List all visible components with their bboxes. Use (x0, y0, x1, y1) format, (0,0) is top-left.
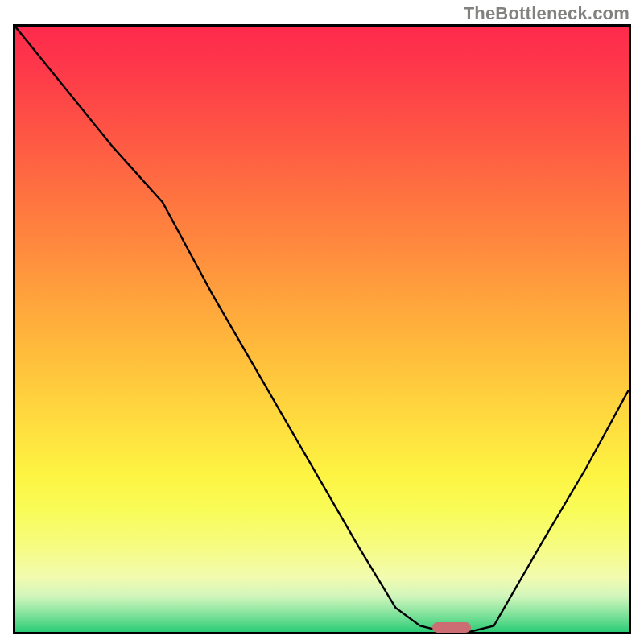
curve-path (15, 27, 629, 632)
watermark-text: TheBottleneck.com (464, 3, 630, 24)
chart-frame (13, 24, 631, 634)
chart-min-marker (432, 622, 471, 633)
chart-curve (15, 27, 629, 632)
